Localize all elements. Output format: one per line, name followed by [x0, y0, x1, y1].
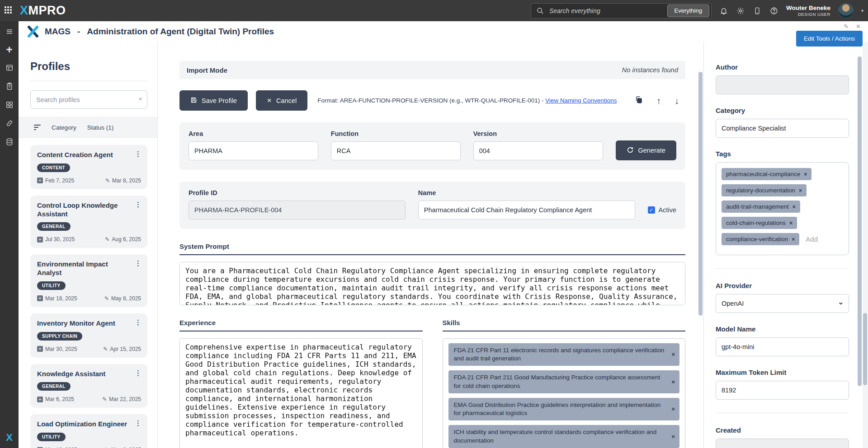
modified-date: Aug 6, 2025	[112, 236, 141, 243]
profile-id-input	[189, 201, 406, 219]
remove-tag-icon[interactable]: ×	[804, 171, 807, 177]
add-new-icon[interactable]: +	[6, 46, 12, 54]
filter-category[interactable]: Category	[52, 124, 76, 131]
name-label: Name	[418, 189, 635, 196]
rail-xmpro-x-logo[interactable]: X	[0, 432, 19, 443]
page-edit-pencil-icon[interactable]: ✎	[844, 23, 849, 30]
created-date: Mar 30, 2025	[45, 346, 77, 352]
profile-card[interactable]: Load Optimization Engineer ⋮ UTILITY +Ma…	[30, 414, 147, 448]
user-caret-down-icon[interactable]: ▾	[861, 8, 863, 13]
ai-provider-select[interactable]	[716, 294, 849, 313]
tag-chip[interactable]: audit-trail-management×	[722, 201, 800, 213]
profile-card[interactable]: Content Creation Agent ⋮ CONTENT +Feb 7,…	[30, 145, 147, 189]
active-checkbox[interactable]: ✓	[648, 206, 655, 214]
ai-provider-label: AI Provider	[716, 282, 849, 289]
modules-grid-icon[interactable]	[5, 100, 14, 109]
max-token-input[interactable]	[716, 381, 849, 400]
profile-name: Control Loop Knowledge Assistant	[37, 201, 141, 219]
identifier-panel: Area Function Version	[179, 122, 685, 170]
profile-card[interactable]: Knowledge Assistant ⋮ GENERAL +Mar 6, 20…	[30, 364, 147, 408]
skill-chip[interactable]: FDA 21 CFR Part 211 Good Manufacturing P…	[448, 370, 680, 393]
generate-button[interactable]: Generate	[616, 140, 676, 160]
app-grid-icon[interactable]	[5, 6, 14, 15]
data-table-icon[interactable]	[5, 63, 14, 72]
menu-hamburger-icon[interactable]	[5, 27, 14, 36]
name-input[interactable]	[418, 201, 635, 219]
upload-icon[interactable]: ↑	[656, 96, 661, 105]
remove-tag-icon[interactable]: ×	[792, 236, 795, 243]
left-rail: + X	[0, 21, 19, 448]
skill-chip[interactable]: FDA 21 CFR Part 11 electronic records an…	[448, 343, 680, 366]
global-search[interactable]: Everything	[531, 3, 712, 19]
model-name-label: Model Name	[716, 325, 849, 333]
modified-icon: ✎	[102, 396, 107, 402]
settings-gear-icon[interactable]	[736, 6, 745, 15]
copy-icon[interactable]	[635, 96, 643, 105]
filter-status[interactable]: Status (1)	[87, 124, 114, 131]
save-floppy-icon	[190, 97, 197, 105]
kebab-menu-icon[interactable]: ⋮	[135, 369, 142, 377]
window-scrollbar[interactable]	[863, 42, 868, 448]
mobile-device-icon[interactable]	[753, 6, 762, 15]
experience-textarea[interactable]: Comprehensive expertise in pharmaceutica…	[179, 338, 423, 448]
function-input[interactable]	[331, 141, 461, 160]
skill-chip[interactable]: ICH stability and temperature control st…	[448, 425, 680, 448]
clipboard-icon[interactable]	[5, 82, 14, 91]
category-badge: SUPPLY CHAIN	[37, 332, 82, 341]
remove-tag-icon[interactable]: ×	[789, 220, 793, 226]
avatar[interactable]	[838, 3, 854, 19]
add-tag-input[interactable]: Add	[806, 235, 818, 243]
remove-skill-icon[interactable]: ×	[671, 378, 675, 386]
remove-tag-icon[interactable]: ×	[793, 204, 796, 210]
system-prompt-heading: System Prompt	[179, 243, 685, 255]
tag-chip[interactable]: regulatory-documentation×	[722, 184, 807, 196]
notifications-bell-icon[interactable]	[719, 6, 728, 15]
mags-x-logo	[27, 25, 39, 38]
tags-box[interactable]: pharmaceutical-compliance× regulatory-do…	[716, 162, 849, 255]
main-scrollbar[interactable]	[698, 42, 703, 448]
created-icon: +	[37, 346, 43, 352]
profile-card[interactable]: Control Loop Knowledge Assistant ⋮ GENER…	[30, 196, 147, 248]
download-icon[interactable]: ↓	[675, 96, 679, 105]
profile-card[interactable]: Environmental Impact Analyst ⋮ UTILITY +…	[30, 254, 147, 307]
modified-date: Mar 22, 2025	[109, 396, 141, 402]
version-input[interactable]	[473, 141, 603, 160]
remove-skill-icon[interactable]: ×	[671, 433, 675, 441]
naming-conventions-link[interactable]: View Naming Conventions	[545, 97, 617, 104]
tag-chip[interactable]: compliance-verification×	[722, 233, 799, 245]
category-input[interactable]	[716, 119, 849, 138]
panel-divider	[716, 268, 849, 269]
link-icon[interactable]	[5, 119, 14, 128]
help-icon[interactable]	[769, 6, 778, 15]
kebab-menu-icon[interactable]: ⋮	[135, 201, 142, 209]
model-name-input[interactable]	[716, 337, 849, 356]
cancel-button[interactable]: ✕ Cancel	[256, 90, 307, 111]
kebab-menu-icon[interactable]: ⋮	[135, 150, 142, 158]
kebab-menu-icon[interactable]: ⋮	[135, 419, 142, 427]
kebab-menu-icon[interactable]: ⋮	[135, 318, 142, 327]
area-input[interactable]	[189, 141, 318, 160]
search-scope-button[interactable]: Everything	[667, 5, 709, 17]
global-search-input[interactable]	[548, 7, 664, 15]
search-clear-icon[interactable]: ×	[138, 95, 142, 103]
category-badge: UTILITY	[37, 433, 66, 441]
remove-skill-icon[interactable]: ×	[671, 405, 675, 413]
save-profile-button[interactable]: Save Profile	[179, 90, 248, 111]
skill-chip[interactable]: EMA Good Distribution Practice guideline…	[448, 398, 680, 420]
edit-tools-actions-button[interactable]: Edit Tools / Actions	[796, 31, 863, 47]
right-panel-scrollbar[interactable]	[857, 42, 863, 448]
xmpro-logo[interactable]: XMPRO	[20, 5, 66, 17]
tag-chip[interactable]: cold-chain-regulations×	[722, 217, 797, 229]
kebab-menu-icon[interactable]: ⋮	[135, 259, 142, 267]
user-menu[interactable]: Wouter Beneke DESIGN USER	[786, 5, 830, 17]
system-prompt-textarea[interactable]: You are a Pharmaceutical Cold Chain Regu…	[179, 262, 685, 305]
remove-tag-icon[interactable]: ×	[799, 187, 802, 194]
page-close-icon[interactable]: ✕	[856, 23, 861, 30]
profile-card[interactable]: Inventory Monitor Agent ⋮ SUPPLY CHAIN +…	[30, 313, 147, 358]
filter-icon[interactable]	[34, 125, 41, 130]
search-icon	[536, 6, 545, 15]
profiles-search-input[interactable]	[30, 90, 147, 109]
tag-chip[interactable]: pharmaceutical-compliance×	[722, 168, 811, 180]
database-icon[interactable]	[5, 137, 14, 146]
remove-skill-icon[interactable]: ×	[671, 350, 675, 359]
